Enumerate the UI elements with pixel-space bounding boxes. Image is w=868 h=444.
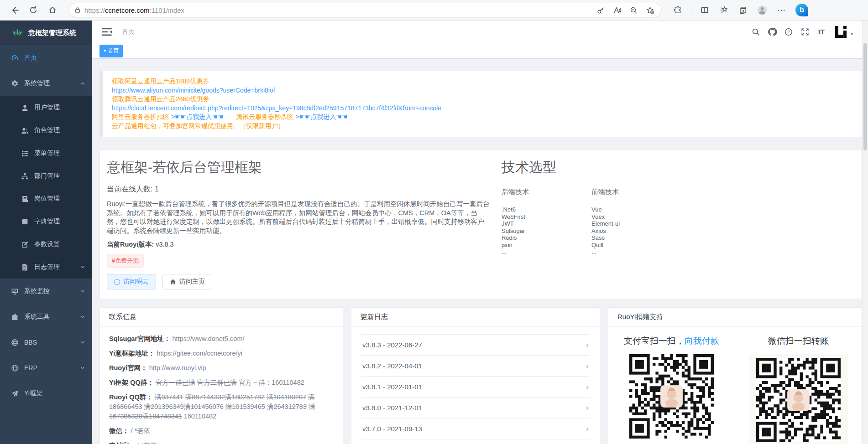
sidebar-item-label: 角色管理: [34, 126, 60, 134]
contact-value-struck: 满887144332: [185, 393, 225, 401]
dashboard-icon: [11, 54, 19, 62]
tech-title: 技术选型: [502, 158, 851, 177]
tech-item: Axios: [591, 227, 681, 235]
changelog-item[interactable]: v3.8.2 - 2022-04-01›: [361, 356, 590, 377]
read-aloud-icon[interactable]: [611, 4, 623, 16]
notice-link[interactable]: https://cloud.tencent.com/redirect.php?r…: [112, 104, 441, 112]
chevron-down-icon: [80, 340, 85, 345]
page-scrollbar[interactable]: [862, 21, 868, 444]
intro-paragraph: Ruoyi:一直想做一款后台管理系统，看了很多优秀的开源项目但是发现没有合适自己…: [107, 200, 490, 235]
tech-column: 技术选型 后端技术 .Net6WebFirstJWTSqlsugarRedisj…: [502, 157, 851, 291]
user-avatar[interactable]: [834, 25, 848, 39]
sidebar-item-user-management[interactable]: 用户管理: [0, 96, 92, 119]
changelog-item[interactable]: v3.8.3 - 2022-06-27›: [361, 335, 590, 356]
sidebar-item-system-management[interactable]: 系统管理: [0, 71, 92, 96]
changelog-card-title: 更新日志: [351, 308, 600, 327]
contact-value-struck: 满101539465: [225, 403, 265, 410]
changelog-item[interactable]: v3.8.1 - 2022-01-01›: [361, 377, 590, 398]
sidebar-toggle-icon[interactable]: [102, 27, 112, 36]
copilot-bing-icon[interactable]: b: [795, 4, 808, 16]
changelog-item-label: v3.7.0 - 2021-09-13: [362, 425, 422, 433]
avatar-caret-icon[interactable]: ▾: [851, 31, 853, 36]
sidebar-item-bbs[interactable]: BBS: [0, 330, 92, 355]
main-content: 领取阿里云通用云产品1888优惠券https://www.aliyun.com/…: [92, 59, 862, 444]
sidebar-item-label: 岗位管理: [34, 195, 60, 203]
pay-me-link[interactable]: 向我付款: [685, 336, 719, 346]
intro-buttons: 访问码云 访问主页: [107, 274, 490, 289]
help-question-icon[interactable]: ?: [783, 26, 794, 37]
notice-link[interactable]: >☛☛点我进入☚☚: [171, 113, 223, 120]
page-root: https://ccnetcore.com:1101/index: [0, 0, 868, 444]
sidebar-item-erp[interactable]: ERP: [0, 355, 92, 381]
font-size-icon[interactable]: tT: [816, 26, 827, 37]
github-icon[interactable]: [767, 26, 778, 37]
tech-item: Vuex: [591, 213, 681, 221]
visit-gitee-button[interactable]: 访问码云: [107, 274, 156, 289]
contact-label: Sqlsugar官网地址：: [109, 335, 171, 342]
contact-value: https://www.donet5.com/: [173, 335, 245, 342]
split-screen-icon[interactable]: [698, 3, 711, 17]
scrollbar-thumb[interactable]: [863, 43, 867, 150]
browser-home-icon[interactable]: [46, 3, 59, 17]
address-bar[interactable]: https://ccnetcore.com:1101/index: [68, 3, 662, 17]
fullscreen-icon[interactable]: [800, 26, 810, 37]
tech-item: Element-ui: [591, 220, 681, 227]
password-key-icon[interactable]: [595, 4, 607, 16]
changelog-item[interactable]: v3.7.0 - 2021-09-13›: [361, 418, 590, 439]
search-icon[interactable]: [750, 26, 761, 37]
contact-card: 联系信息 Sqlsugar官网地址：https://www.donet5.com…: [99, 307, 343, 444]
active-dot-icon: ●: [104, 49, 106, 53]
tree-icon: [21, 172, 29, 180]
version-line: 当前Ruoyi版本: v3.8.3: [107, 240, 490, 249]
sidebar-item-menu-management[interactable]: 菜单管理: [0, 142, 92, 165]
online-count: 当前在线人数: 1: [107, 185, 490, 194]
contact-row: Ruoyi QQ群：满937441 满887144332满180251782 满…: [109, 392, 334, 421]
browser-back-icon[interactable]: [7, 3, 21, 17]
sidebar-item-role-management[interactable]: 角色管理: [0, 119, 92, 142]
visit-homepage-button[interactable]: 访问主页: [162, 274, 212, 289]
favorites-icon[interactable]: [717, 3, 731, 17]
tech-item: Redis: [502, 234, 591, 242]
sidebar-item-home[interactable]: 首页: [0, 45, 92, 71]
browser-toolbar-right: ⋯ b: [668, 3, 808, 17]
sidebar-item-system-monitor[interactable]: 系统监控: [0, 279, 92, 304]
chevron-right-icon: ›: [586, 404, 589, 412]
notice-link[interactable]: >☛☛点我进入☚☚: [295, 113, 347, 120]
sidebar-item-dept-management[interactable]: 部门管理: [0, 165, 92, 187]
changelog-item[interactable]: v3.8.0 - 2021-12-01›: [361, 398, 590, 418]
leaf-logo-icon: [11, 26, 24, 39]
sidebar-item-system-tools[interactable]: 系统工具: [0, 304, 92, 330]
sidebar-item-yi-framework[interactable]: Yi框架: [0, 381, 92, 406]
alipay-section: 支付宝扫一扫，向我付款: [608, 327, 735, 444]
tech-item: Sqlsugar: [502, 227, 591, 235]
sidebar-item-log-management[interactable]: 日志管理: [0, 256, 92, 279]
extensions-icon[interactable]: [671, 3, 685, 17]
tag-home[interactable]: ● 首页: [99, 45, 123, 57]
intro-column: 意框架-若依后台管理框架 当前在线人数: 1 Ruoyi:一直想做一款后台管理系…: [107, 157, 490, 291]
add-favorite-star-icon[interactable]: [644, 4, 656, 16]
user-icon: [21, 104, 29, 112]
zoom-out-icon[interactable]: [627, 4, 639, 16]
collections-icon[interactable]: [736, 3, 750, 17]
sidebar-item-param-settings[interactable]: 参数设置: [0, 233, 92, 256]
wechat-qr-code: [756, 358, 841, 442]
sidebar-item-label: 参数设置: [34, 240, 60, 248]
tech-item: WebFirst: [502, 213, 591, 221]
notice-link[interactable]: https://www.aliyun.com/minisite/goods?us…: [112, 87, 275, 94]
sidebar-item-label: 菜单管理: [34, 149, 60, 157]
sidebar-item-label: ERP: [24, 364, 37, 372]
sidebar-item-dict-management[interactable]: 字典管理: [0, 210, 92, 233]
changelog-item-label: v3.8.1 - 2022-01-01: [362, 383, 422, 391]
chevron-right-icon: ›: [586, 425, 589, 433]
tech-item: ...: [502, 248, 591, 256]
breadcrumb[interactable]: 首页: [122, 28, 135, 36]
sidebar-logo[interactable]: 意框架管理系统: [0, 21, 92, 45]
gitee-icon: [114, 279, 120, 285]
chevron-down-icon: [80, 264, 85, 270]
browser-refresh-icon[interactable]: [26, 3, 40, 17]
settings-more-icon[interactable]: ⋯: [774, 3, 788, 17]
tech-item: json: [502, 242, 591, 249]
profile-avatar-icon[interactable]: [755, 3, 769, 17]
sidebar-item-post-management[interactable]: 岗位管理: [0, 187, 92, 210]
lock-icon[interactable]: [74, 7, 81, 13]
